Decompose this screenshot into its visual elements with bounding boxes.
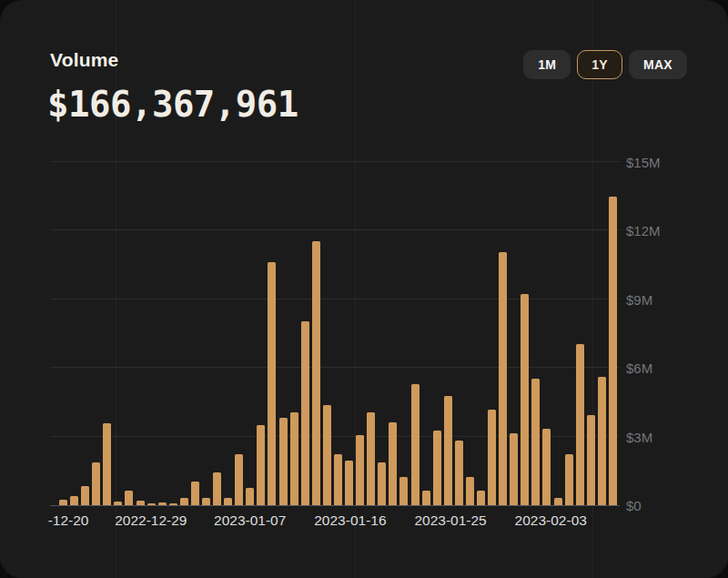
total-volume-value: $166,367,961 xyxy=(47,84,298,125)
chart-title: Volume xyxy=(50,49,119,71)
volume-bar[interactable] xyxy=(268,262,276,505)
volume-bar[interactable] xyxy=(301,321,309,505)
volume-bar[interactable] xyxy=(609,197,617,505)
x-axis-tick-label: -12-20 xyxy=(48,512,89,529)
x-axis-line xyxy=(50,505,620,507)
volume-bar[interactable] xyxy=(191,482,199,505)
volume-bar[interactable] xyxy=(422,491,430,505)
volume-bar[interactable] xyxy=(598,377,606,505)
volume-bar[interactable] xyxy=(433,431,441,505)
volume-bar[interactable] xyxy=(356,435,364,505)
volume-bar[interactable] xyxy=(444,396,452,505)
y-axis-tick-label: $0 xyxy=(626,498,642,513)
y-axis-tick-label: $6M xyxy=(626,360,652,376)
volume-chart-card: Volume $166,367,961 1M 1Y MAX $0$3M$6M$9… xyxy=(0,0,728,578)
x-axis-tick-label: 2023-01-07 xyxy=(214,512,286,529)
volume-bar[interactable] xyxy=(411,384,420,505)
x-axis-tick-label: 2023-01-25 xyxy=(414,512,486,529)
time-range-selector: 1M 1Y MAX xyxy=(523,50,687,79)
x-axis-labels: -12-202022-12-292023-01-072023-01-162023… xyxy=(50,512,620,532)
range-button-1y[interactable]: 1Y xyxy=(577,50,622,79)
volume-bar[interactable] xyxy=(466,477,474,505)
volume-bar[interactable] xyxy=(257,425,265,505)
bars xyxy=(59,162,617,505)
y-axis-tick-label: $3M xyxy=(626,429,652,444)
volume-bar[interactable] xyxy=(587,415,595,505)
x-axis-tick-label: 2022-12-29 xyxy=(115,512,187,529)
volume-bar[interactable] xyxy=(542,429,551,505)
volume-bar[interactable] xyxy=(389,422,397,505)
range-button-max[interactable]: MAX xyxy=(629,50,687,79)
volume-bar[interactable] xyxy=(312,241,320,505)
volume-bar[interactable] xyxy=(323,405,331,505)
volume-bar[interactable] xyxy=(103,423,111,505)
bar-chart-plot xyxy=(50,162,620,505)
volume-bar[interactable] xyxy=(334,454,342,505)
volume-bar[interactable] xyxy=(378,462,386,505)
volume-bar[interactable] xyxy=(565,454,573,505)
volume-bar[interactable] xyxy=(279,418,288,505)
volume-bar[interactable] xyxy=(499,252,507,505)
volume-bar[interactable] xyxy=(235,454,243,505)
volume-bar[interactable] xyxy=(488,410,496,505)
volume-bar[interactable] xyxy=(246,488,254,505)
volume-bar[interactable] xyxy=(455,441,463,505)
volume-bar[interactable] xyxy=(290,412,298,505)
volume-bar[interactable] xyxy=(125,491,133,505)
y-axis-tick-label: $12M xyxy=(626,223,661,238)
volume-bar[interactable] xyxy=(477,491,485,505)
volume-bar[interactable] xyxy=(399,477,408,505)
volume-bar[interactable] xyxy=(531,379,540,505)
volume-bar[interactable] xyxy=(576,344,584,505)
volume-bar[interactable] xyxy=(367,412,375,505)
range-button-1m[interactable]: 1M xyxy=(523,50,571,79)
volume-bar[interactable] xyxy=(92,462,100,505)
y-axis-tick-label: $15M xyxy=(626,155,661,170)
volume-bar[interactable] xyxy=(213,472,221,505)
volume-bar[interactable] xyxy=(521,294,529,505)
volume-bar[interactable] xyxy=(510,433,518,505)
volume-bar[interactable] xyxy=(81,486,89,505)
y-axis-tick-label: $9M xyxy=(626,291,652,307)
x-axis-tick-label: 2023-01-16 xyxy=(314,512,386,529)
volume-bar[interactable] xyxy=(345,461,353,505)
x-axis-tick-label: 2023-02-03 xyxy=(515,512,587,529)
